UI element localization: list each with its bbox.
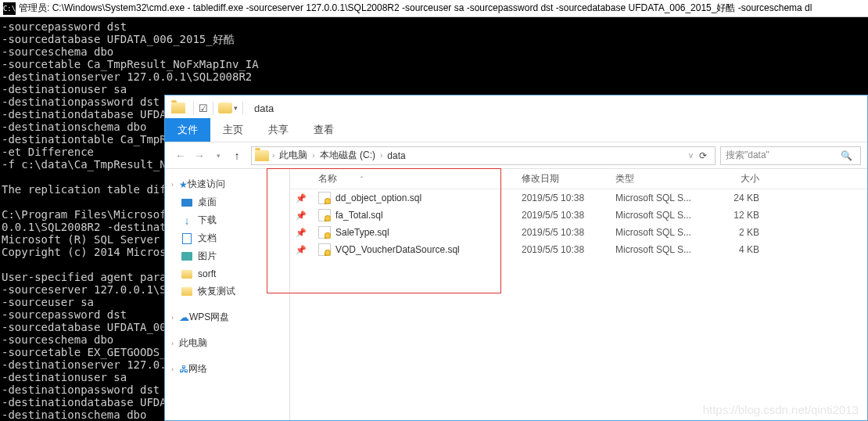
file-row[interactable]: 📌SaleType.sql2019/5/5 10:38Microsoft SQL…: [290, 224, 867, 241]
sidebar-label: WPS网盘: [189, 311, 229, 324]
desktop-icon: [181, 199, 192, 207]
file-name-cell[interactable]: fa_Total.sql: [312, 209, 515, 221]
network-icon: 🖧: [179, 364, 188, 375]
tab-home[interactable]: 主页: [210, 118, 256, 142]
file-name-cell[interactable]: dd_object_option.sql: [312, 192, 515, 204]
file-row[interactable]: 📌fa_Total.sql2019/5/5 10:38Microsoft SQL…: [290, 207, 867, 224]
sidebar-item-recover[interactable]: 恢复测试: [165, 282, 289, 300]
search-placeholder: 搜索"data": [726, 149, 769, 162]
explorer-window[interactable]: ☑ ▾ data 文件 主页 共享 查看 ← → ▾ ↑ › 此电脑 › 本地磁…: [164, 95, 868, 421]
path-segment-pc[interactable]: 此电脑: [276, 149, 310, 162]
divider: [213, 101, 213, 115]
path-dropdown-icon[interactable]: v: [687, 151, 694, 160]
sidebar-item-sorft[interactable]: sorft: [165, 265, 289, 282]
file-name: SaleType.sql: [335, 227, 389, 238]
sidebar-label: 恢复测试: [198, 285, 235, 298]
sidebar-item-network[interactable]: ›🖧网络: [165, 360, 289, 378]
folder-icon: [218, 103, 232, 113]
tab-view[interactable]: 查看: [301, 118, 346, 142]
dropdown-icon[interactable]: ▾: [234, 104, 238, 112]
column-header-size[interactable]: 大小: [703, 172, 766, 185]
sql-file-icon: [318, 209, 331, 221]
refresh-button[interactable]: ⟳: [694, 150, 712, 161]
forward-button[interactable]: →: [190, 146, 209, 165]
file-list-pane[interactable]: 名称ˆ 修改日期 类型 大小 📌dd_object_option.sql2019…: [290, 169, 867, 420]
file-date: 2019/5/5 10:38: [515, 210, 609, 221]
file-name-cell[interactable]: SaleType.sql: [312, 226, 515, 239]
file-name: dd_object_option.sql: [335, 193, 421, 203]
file-size: 24 KB: [703, 193, 766, 203]
sidebar: ›★快速访问 桌面 ↓下载 文档 图片 sorft 恢复测试 ›☁WPS网盘 ›…: [165, 169, 290, 420]
back-button[interactable]: ←: [171, 146, 190, 165]
chevron-right-icon[interactable]: ›: [271, 151, 276, 160]
explorer-titlebar[interactable]: ☑ ▾ data: [165, 95, 867, 121]
file-type: Microsoft SQL S...: [609, 227, 703, 238]
path-segment-drive[interactable]: 本地磁盘 (C:): [317, 149, 378, 162]
search-icon[interactable]: 🔍: [841, 150, 852, 161]
folder-icon: [181, 287, 192, 296]
sidebar-item-documents[interactable]: 文档: [165, 229, 289, 247]
folder-icon: [255, 150, 269, 161]
folder-icon: [171, 103, 185, 113]
sidebar-label: 文档: [198, 232, 217, 245]
chevron-right-icon[interactable]: ›: [378, 151, 384, 160]
cmd-icon: C:\: [3, 2, 16, 15]
chevron-right-icon[interactable]: ›: [310, 151, 316, 160]
pictures-icon: [181, 252, 192, 261]
explorer-body: ›★快速访问 桌面 ↓下载 文档 图片 sorft 恢复测试 ›☁WPS网盘 ›…: [165, 169, 867, 420]
path-segment-folder[interactable]: data: [384, 150, 408, 161]
pin-icon[interactable]: 📌: [290, 245, 312, 255]
document-icon: [182, 233, 192, 244]
sql-file-icon: [318, 243, 331, 256]
sidebar-item-desktop[interactable]: 桌面: [165, 193, 289, 211]
file-type: Microsoft SQL S...: [609, 193, 703, 203]
divider: [193, 101, 194, 115]
sql-file-icon: [318, 192, 331, 204]
file-size: 4 KB: [703, 244, 766, 255]
file-name: VQD_VoucherDataSource.sql: [335, 244, 460, 255]
checkbox-icon[interactable]: ☑: [199, 103, 208, 114]
column-label: 名称: [318, 172, 337, 185]
pin-icon[interactable]: 📌: [290, 193, 312, 203]
file-row[interactable]: 📌dd_object_option.sql2019/5/5 10:38Micro…: [290, 189, 867, 207]
search-input[interactable]: 搜索"data" 🔍: [720, 146, 861, 165]
sidebar-label: 下载: [198, 214, 217, 227]
sidebar-label: 网络: [188, 362, 207, 376]
sidebar-label: 此电脑: [179, 336, 207, 350]
column-headers: 名称ˆ 修改日期 类型 大小: [290, 169, 867, 189]
file-date: 2019/5/5 10:38: [515, 244, 609, 255]
pin-icon[interactable]: 📌: [290, 210, 312, 221]
column-header-date[interactable]: 修改日期: [515, 172, 609, 185]
tab-file[interactable]: 文件: [165, 118, 210, 142]
sidebar-item-wps[interactable]: ›☁WPS网盘: [165, 308, 289, 326]
window-title: data: [254, 103, 274, 114]
sidebar-label: 快速访问: [188, 178, 225, 191]
sidebar-item-this-pc[interactable]: ›此电脑: [165, 334, 289, 352]
file-size: 12 KB: [703, 210, 766, 221]
sort-indicator-icon: ˆ: [360, 175, 363, 183]
file-name: fa_Total.sql: [335, 210, 383, 221]
file-row[interactable]: 📌VQD_VoucherDataSource.sql2019/5/5 10:38…: [290, 241, 867, 258]
divider: [242, 101, 243, 115]
recent-dropdown[interactable]: ▾: [209, 146, 228, 165]
sidebar-label: 桌面: [198, 196, 217, 209]
sidebar-item-pictures[interactable]: 图片: [165, 247, 289, 265]
file-name-cell[interactable]: VQD_VoucherDataSource.sql: [312, 243, 515, 256]
sidebar-label: sorft: [198, 268, 216, 279]
column-header-name[interactable]: 名称ˆ: [312, 172, 515, 185]
column-header-type[interactable]: 类型: [609, 172, 703, 185]
pin-icon[interactable]: 📌: [290, 228, 312, 238]
file-date: 2019/5/5 10:38: [515, 193, 609, 203]
address-bar: ← → ▾ ↑ › 此电脑 › 本地磁盘 (C:) › data v ⟳ 搜索"…: [165, 142, 867, 169]
tab-share[interactable]: 共享: [256, 118, 301, 142]
cmd-titlebar[interactable]: C:\ 管理员: C:\Windows\System32\cmd.exe - t…: [0, 0, 868, 17]
sidebar-label: 图片: [198, 250, 217, 263]
sidebar-item-quick-access[interactable]: ›★快速访问: [165, 175, 289, 193]
ribbon-tabs: 文件 主页 共享 查看: [165, 121, 867, 142]
file-size: 2 KB: [703, 227, 766, 238]
up-button[interactable]: ↑: [228, 146, 246, 165]
cloud-icon: ☁: [179, 311, 189, 323]
cmd-title-text: 管理员: C:\Windows\System32\cmd.exe - table…: [19, 2, 812, 15]
path-box[interactable]: › 此电脑 › 本地磁盘 (C:) › data v ⟳: [251, 146, 716, 165]
sidebar-item-downloads[interactable]: ↓下载: [165, 211, 289, 229]
